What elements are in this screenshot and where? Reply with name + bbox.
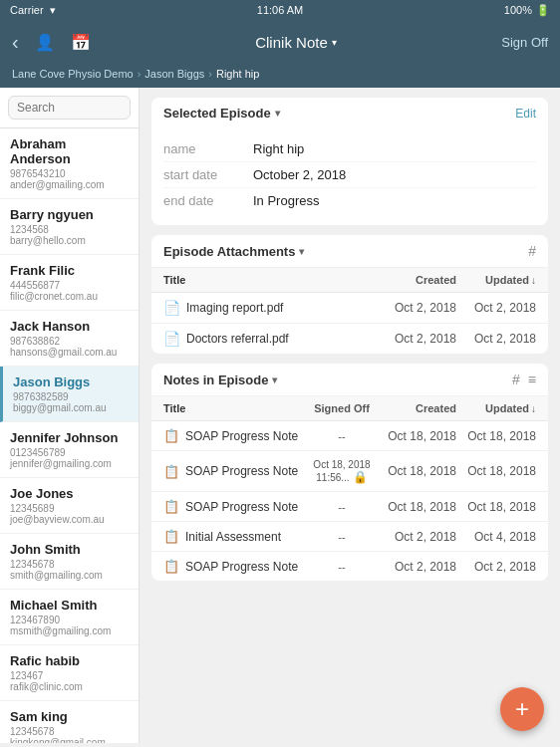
fab-button[interactable]: + bbox=[500, 687, 544, 731]
patient-item[interactable]: Michael Smith 123467890 msmith@gmailing.… bbox=[0, 590, 139, 645]
note-created: Oct 2, 2018 bbox=[382, 560, 456, 574]
patient-item[interactable]: Abraham Anderson 9876543210 ander@gmaili… bbox=[0, 128, 139, 199]
attachment-created: Oct 2, 2018 bbox=[377, 301, 456, 315]
attachments-col-title-header: Title bbox=[163, 274, 377, 286]
patient-name: Jennifer Johnson bbox=[10, 430, 129, 445]
attachment-updated: Oct 2, 2018 bbox=[456, 301, 536, 315]
pdf-icon: 📄 bbox=[163, 331, 180, 347]
patient-item[interactable]: John Smith 12345678 smith@gmailing.com bbox=[0, 534, 139, 590]
search-input[interactable] bbox=[8, 96, 131, 120]
note-updated: Oct 18, 2018 bbox=[456, 429, 536, 443]
battery-text: 100% bbox=[504, 4, 532, 16]
patient-email: filic@cronet.com.au bbox=[10, 291, 129, 302]
patient-item[interactable]: Barry ngyuen 1234568 barry@hello.com bbox=[0, 199, 139, 255]
patient-item[interactable]: Joe Jones 12345689 joe@bayview.com.au bbox=[0, 478, 139, 534]
note-created: Oct 18, 2018 bbox=[382, 500, 456, 514]
notes-card: Notes in Episode ▾ # ≡ Title Signed Off … bbox=[151, 364, 548, 581]
attachments-hash-icon: # bbox=[528, 243, 536, 259]
patient-item[interactable]: Rafic habib 123467 rafik@clinic.com bbox=[0, 645, 139, 701]
notes-col-signed-header: Signed Off bbox=[302, 402, 382, 414]
patient-item[interactable]: Jack Hanson 987638862 hansons@gmail.com.… bbox=[0, 311, 139, 367]
breadcrumb-item-practice[interactable]: Lane Cove Physio Demo bbox=[12, 68, 134, 80]
episode-fields: name Right hip start date October 2, 201… bbox=[151, 128, 548, 225]
patient-item[interactable]: Jason Biggs 9876382589 biggy@gmail.com.a… bbox=[0, 367, 139, 422]
calendar-icon[interactable]: 📅 bbox=[71, 33, 91, 52]
search-box bbox=[0, 88, 139, 128]
attachments-caret-icon[interactable]: ▾ bbox=[299, 246, 304, 257]
notes-caret-icon[interactable]: ▾ bbox=[272, 374, 277, 385]
patient-id: 9876543210 bbox=[10, 168, 129, 179]
note-title-text: SOAP Progress Note bbox=[185, 560, 298, 574]
attachment-row[interactable]: 📄 Doctors referral.pdf Oct 2, 2018 Oct 2… bbox=[151, 324, 548, 354]
nav-left: ‹ 👤 📅 bbox=[12, 31, 91, 54]
note-signed: -- bbox=[302, 430, 382, 442]
note-row[interactable]: 📋 SOAP Progress Note -- Oct 18, 2018 Oct… bbox=[151, 492, 548, 522]
notes-title-text: Notes in Episode bbox=[163, 373, 268, 387]
attachment-row[interactable]: 📄 Imaging report.pdf Oct 2, 2018 Oct 2, … bbox=[151, 293, 548, 324]
patient-list: Abraham Anderson 9876543210 ander@gmaili… bbox=[0, 128, 139, 743]
breadcrumb-item-episode: Right hip bbox=[216, 68, 259, 80]
breadcrumb-sep-2: › bbox=[208, 68, 212, 80]
note-icon: 📋 bbox=[163, 464, 179, 479]
patient-item[interactable]: Sam king 12345678 kingkong@gmail.com bbox=[0, 701, 139, 743]
note-row[interactable]: 📋 Initial Assessment -- Oct 2, 2018 Oct … bbox=[151, 522, 548, 552]
battery-icon: 🔋 bbox=[536, 4, 550, 17]
profile-icon[interactable]: 👤 bbox=[35, 33, 55, 52]
episode-startdate-label: start date bbox=[163, 167, 253, 182]
patient-email: biggy@gmail.com.au bbox=[13, 402, 129, 413]
patient-name: Jack Hanson bbox=[10, 319, 129, 334]
note-updated: Oct 18, 2018 bbox=[456, 500, 536, 514]
status-time: 11:06 AM bbox=[257, 4, 303, 16]
patient-id: 0123456789 bbox=[10, 447, 129, 458]
notes-col-created-header: Created bbox=[382, 402, 456, 414]
status-left: Carrier ▾ bbox=[10, 4, 56, 17]
patient-item[interactable]: Frank Filic 444556877 filic@cronet.com.a… bbox=[0, 255, 139, 311]
breadcrumb-item-patient[interactable]: Jason Biggs bbox=[144, 68, 204, 80]
notes-updated-label: Updated bbox=[485, 402, 529, 414]
notes-sort-icon[interactable]: ↓ bbox=[531, 403, 536, 414]
note-title: 📋 SOAP Progress Note bbox=[163, 428, 302, 443]
nav-title: Clinik Note bbox=[255, 34, 328, 51]
patient-name: Frank Filic bbox=[10, 263, 129, 278]
note-title: 📋 Initial Assessment bbox=[163, 529, 302, 544]
episode-name-value: Right hip bbox=[253, 141, 304, 156]
note-title: 📋 SOAP Progress Note bbox=[163, 464, 302, 479]
attachment-updated: Oct 2, 2018 bbox=[456, 332, 536, 346]
episode-startdate-value: October 2, 2018 bbox=[253, 167, 346, 182]
note-title-text: Initial Assessment bbox=[185, 530, 281, 544]
patient-name: Joe Jones bbox=[10, 486, 129, 501]
patient-item[interactable]: Jennifer Johnson 0123456789 jennifer@gma… bbox=[0, 422, 139, 478]
patient-id: 1234568 bbox=[10, 224, 129, 235]
note-title-text: SOAP Progress Note bbox=[185, 464, 298, 478]
attachment-title-text: Imaging report.pdf bbox=[186, 301, 283, 315]
attachment-title-text: Doctors referral.pdf bbox=[186, 332, 289, 346]
note-row[interactable]: 📋 SOAP Progress Note -- Oct 18, 2018 Oct… bbox=[151, 421, 548, 451]
note-row[interactable]: 📋 SOAP Progress Note -- Oct 2, 2018 Oct … bbox=[151, 552, 548, 581]
notes-header: Notes in Episode ▾ # ≡ bbox=[151, 364, 548, 396]
episode-title-caret-icon[interactable]: ▾ bbox=[275, 108, 280, 119]
note-row[interactable]: 📋 SOAP Progress Note Oct 18, 2018 11:56.… bbox=[151, 451, 548, 492]
note-title: 📋 SOAP Progress Note bbox=[163, 559, 302, 574]
patient-name: Barry ngyuen bbox=[10, 207, 129, 222]
nav-caret-icon[interactable]: ▾ bbox=[332, 37, 337, 48]
notes-col-updated-header: Updated ↓ bbox=[456, 402, 536, 414]
note-icon: 📋 bbox=[163, 428, 179, 443]
breadcrumb-sep-1: › bbox=[138, 68, 141, 80]
edit-button[interactable]: Edit bbox=[515, 107, 536, 121]
note-updated: Oct 2, 2018 bbox=[456, 560, 536, 574]
patient-email: msmith@gmailing.com bbox=[10, 625, 129, 636]
note-updated: Oct 4, 2018 bbox=[456, 530, 536, 544]
back-icon[interactable]: ‹ bbox=[12, 31, 19, 54]
patient-id: 12345678 bbox=[10, 559, 129, 570]
note-icon: 📋 bbox=[163, 529, 179, 544]
note-icon: 📋 bbox=[163, 559, 179, 574]
notes-hash-icon: # bbox=[512, 372, 520, 387]
patient-id: 9876382589 bbox=[13, 391, 129, 402]
wifi-icon: ▾ bbox=[50, 4, 56, 17]
sign-off-button[interactable]: Sign Off bbox=[501, 35, 548, 50]
carrier-text: Carrier bbox=[10, 4, 44, 16]
patient-email: joe@bayview.com.au bbox=[10, 514, 129, 525]
attachments-sort-icon[interactable]: ↓ bbox=[531, 275, 536, 286]
patient-name: Rafic habib bbox=[10, 653, 129, 668]
status-bar: Carrier ▾ 11:06 AM 100% 🔋 bbox=[0, 0, 560, 20]
